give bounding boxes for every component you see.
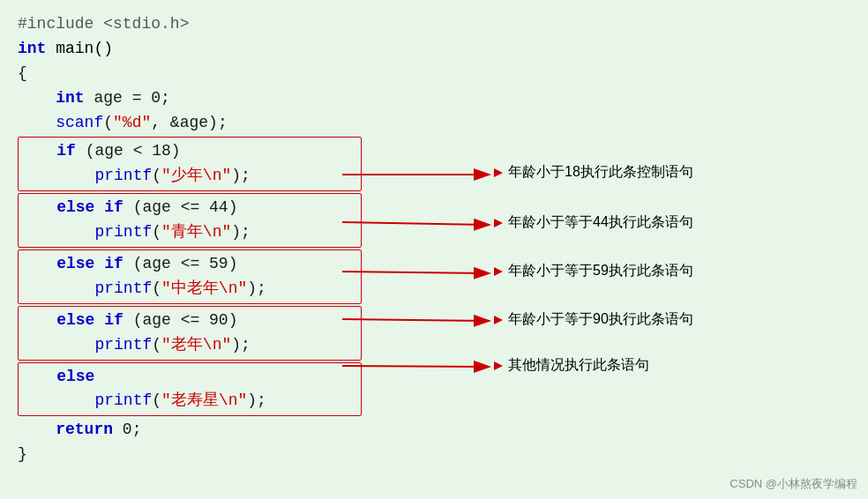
arrow-head-3 [494,267,503,276]
arrow-head-4 [494,316,503,324]
annotation-text-1: 年龄小于18执行此条控制语句 [508,163,693,182]
annotation-4: 年龄小于等于90执行此条语句 [494,310,693,329]
code-line-5: scanf("%d", &age); [18,111,362,136]
code-line-3: { [18,62,362,86]
block-if-3: else if (age <= 59) printf("中老年\n"); [18,250,362,304]
annotation-text-4: 年龄小于等于90执行此条语句 [508,310,693,329]
annotation-1: 年龄小于18执行此条控制语句 [494,163,693,182]
annotation-text-5: 其他情况执行此条语句 [508,356,649,375]
code-line-2: int main() [18,37,362,62]
annotation-text-3: 年龄小于等于59执行此条语句 [508,262,693,280]
block-if-4: else if (age <= 90) printf("老年\n"); [18,306,362,361]
code-line-1: #include <stdio.h> [18,12,362,37]
arrow-head-1 [494,168,503,177]
code-line-return: return 0; [18,418,362,443]
watermark: CSDN @小林熬夜学编程 [730,476,857,492]
code-panel: #include <stdio.h> int main() { int age … [0,0,370,480]
main-container: #include <stdio.h> int main() { int age … [0,0,868,499]
annotation-5: 其他情况执行此条语句 [494,356,649,375]
block-if-1: if (age < 18) printf("少年\n"); [18,137,362,191]
code-line-end: } [18,443,362,467]
block-else: else printf("老寿星\n"); [18,362,362,417]
code-line-4: int age = 0; [18,86,362,111]
arrow-head-5 [494,361,503,370]
annotation-text-2: 年龄小于等于44执行此条语句 [508,213,693,232]
annotation-3: 年龄小于等于59执行此条语句 [494,262,693,280]
block-if-2: else if (age <= 44) printf("青年\n"); [18,193,362,248]
arrow-head-2 [494,219,503,227]
annotation-2: 年龄小于等于44执行此条语句 [494,213,693,232]
